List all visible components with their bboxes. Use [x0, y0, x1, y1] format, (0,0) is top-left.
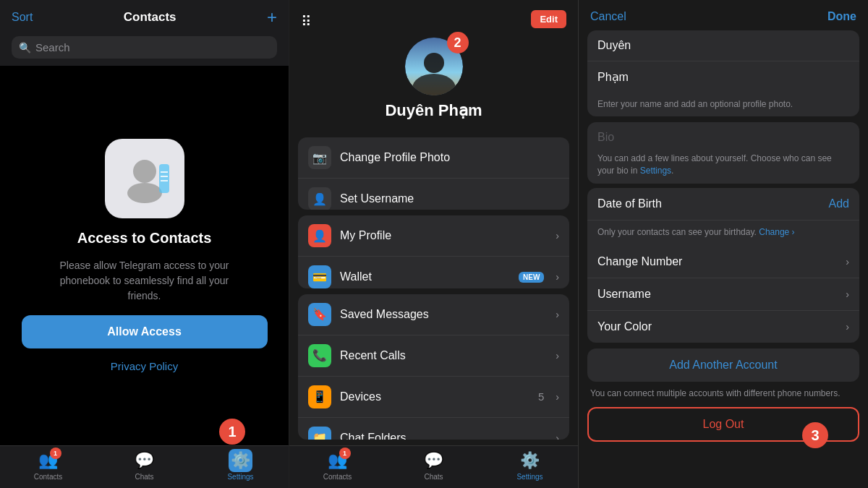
nav-settings[interactable]: ⚙️ Settings: [192, 450, 289, 481]
name-hint: Enter your name and add an optional prof…: [587, 93, 859, 116]
set-username-item[interactable]: 👤 Set Username: [298, 179, 569, 210]
svg-point-1: [127, 183, 162, 203]
panel1-bottom-nav: 👥 1 Contacts 💬 Chats ⚙️ Settings: [0, 445, 289, 488]
change-number-right: ›: [846, 256, 849, 267]
search-input[interactable]: Search: [35, 41, 70, 53]
access-content: Access to Contacts Please allow Telegram…: [0, 66, 289, 445]
panel2-nav-settings[interactable]: ⚙️ Settings: [482, 450, 578, 481]
last-name-field[interactable]: Phạm: [587, 61, 859, 93]
nav-contacts[interactable]: 👥 1 Contacts: [0, 450, 96, 481]
access-title: Access to Contacts: [77, 230, 212, 247]
saved-messages-icon: 🔖: [308, 303, 331, 326]
bio-hint-text: You can add a few lines about yourself. …: [597, 153, 832, 176]
change-number-row[interactable]: Change Number ›: [587, 246, 859, 278]
nav-chats[interactable]: 💬 Chats: [96, 450, 192, 481]
panel2-chats-nav-icon: 💬: [424, 451, 443, 470]
done-button[interactable]: Done: [827, 10, 856, 23]
settings-group-2: 👤 My Profile › 💳 Wallet NEW ›: [298, 215, 569, 288]
chat-folders-item[interactable]: 📁 Chat Folders ›: [298, 418, 569, 440]
nav-chats-icon-wrap: 💬: [135, 450, 155, 471]
panel-edit-profile: Cancel Done Duyên Phạm Enter your name a…: [579, 0, 868, 488]
search-input-wrap[interactable]: 🔍 Search: [12, 36, 277, 59]
bio-settings-link[interactable]: Settings: [640, 166, 671, 176]
wallet-new-badge: NEW: [519, 272, 544, 283]
nav-contacts-label: Contacts: [34, 473, 62, 481]
wallet-item[interactable]: 💳 Wallet NEW ›: [298, 257, 569, 288]
bio-group: Bio You can add a few lines about yourse…: [587, 122, 859, 184]
my-profile-chevron: ›: [556, 230, 559, 241]
change-profile-photo-item[interactable]: 📷 Change Profile Photo: [298, 137, 569, 179]
devices-label: Devices: [340, 390, 529, 403]
svg-point-8: [424, 53, 444, 73]
privacy-policy-link[interactable]: Privacy Policy: [111, 360, 178, 372]
settings-group-3: 🔖 Saved Messages › 📞 Recent Calls › 📱 De…: [298, 294, 569, 440]
edit-button[interactable]: Edit: [531, 10, 566, 28]
panel-contacts: Sort Contacts + 🔍 Search Access to Conta…: [0, 0, 289, 488]
panel2-bottom-nav: 👥 1 Contacts 💬 Chats ⚙️ Settings: [289, 445, 578, 488]
search-icon: 🔍: [19, 42, 31, 53]
username-icon: 👤: [308, 187, 331, 210]
nav-chats-label: Chats: [135, 473, 153, 481]
step1-badge: 1: [219, 419, 245, 445]
dob-add-button[interactable]: Add: [829, 197, 849, 210]
set-username-label: Set Username: [340, 192, 559, 205]
nav-settings-label: Settings: [227, 473, 253, 481]
sort-button[interactable]: Sort: [12, 11, 33, 24]
your-color-row[interactable]: Your Color ›: [587, 311, 859, 343]
settings-group-1: 📷 Change Profile Photo 👤 Set Username: [298, 137, 569, 210]
devices-item[interactable]: 📱 Devices 5 ›: [298, 377, 569, 418]
contacts-badge: 1: [50, 448, 61, 459]
panel2-nav-chats-label: Chats: [424, 473, 443, 481]
allow-access-button[interactable]: Allow Access: [22, 315, 268, 348]
saved-messages-item[interactable]: 🔖 Saved Messages ›: [298, 294, 569, 335]
settings-nav-icon: ⚙️: [229, 449, 252, 472]
qr-icon[interactable]: ⠿: [301, 13, 312, 30]
date-of-birth-row[interactable]: Date of Birth Add: [587, 188, 859, 221]
panel2-nav-chats-icon-wrap: 💬: [424, 450, 444, 471]
calls-icon: 📞: [308, 344, 331, 367]
dob-hint-text: Only your contacts can see your birthday…: [597, 227, 759, 237]
panel2-settings-nav-icon: ⚙️: [520, 451, 540, 470]
my-profile-item[interactable]: 👤 My Profile ›: [298, 215, 569, 257]
bio-field[interactable]: Bio: [587, 122, 859, 153]
change-number-chevron: ›: [846, 256, 849, 267]
my-profile-label: My Profile: [340, 229, 547, 242]
devices-icon: 📱: [308, 385, 331, 408]
search-bar: 🔍 Search: [0, 32, 289, 66]
info-section: Date of Birth Add Only your contacts can…: [587, 188, 859, 343]
dob-change-link[interactable]: Change ›: [759, 227, 794, 237]
username-label: Username: [597, 288, 651, 301]
change-photo-label: Change Profile Photo: [340, 151, 559, 164]
folders-icon: 📁: [308, 427, 331, 440]
svg-rect-5: [161, 180, 168, 181]
name-group: Duyên Phạm Enter your name and add an op…: [587, 30, 859, 116]
edit-profile-header: Cancel Done: [579, 0, 868, 30]
calls-chevron: ›: [556, 350, 559, 361]
add-contact-button[interactable]: +: [267, 9, 277, 26]
panel2-nav-chats[interactable]: 💬 Chats: [386, 450, 482, 481]
contacts-header: Sort Contacts +: [0, 0, 289, 32]
svg-rect-3: [161, 171, 168, 173]
username-right: ›: [846, 288, 849, 300]
svg-rect-2: [159, 164, 169, 193]
first-name-field[interactable]: Duyên: [587, 30, 859, 61]
access-description: Please allow Telegram access to your pho…: [43, 258, 246, 304]
username-row[interactable]: Username ›: [587, 278, 859, 311]
panel2-nav-settings-label: Settings: [516, 473, 542, 481]
chats-nav-icon: 💬: [135, 451, 154, 470]
folders-chevron: ›: [556, 432, 559, 440]
panel2-nav-contacts[interactable]: 👥 1 Contacts: [289, 450, 386, 481]
chat-folders-label: Chat Folders: [340, 432, 547, 440]
panel2-nav-contacts-label: Contacts: [323, 473, 352, 481]
svg-rect-4: [161, 176, 168, 177]
panel2-contacts-badge: 1: [339, 448, 351, 459]
dob-right: Add: [829, 197, 849, 210]
cancel-button[interactable]: Cancel: [590, 10, 626, 23]
dob-label: Date of Birth: [597, 197, 662, 210]
panel-settings: ⠿ Edit 2 Duy: [289, 0, 579, 488]
recent-calls-item[interactable]: 📞 Recent Calls ›: [298, 335, 569, 377]
camera-icon: 📷: [308, 146, 331, 169]
contacts-app-icon: [105, 139, 184, 218]
avatar-wrap: 2: [405, 38, 463, 95]
add-another-account-button[interactable]: Add Another Account: [587, 348, 859, 382]
